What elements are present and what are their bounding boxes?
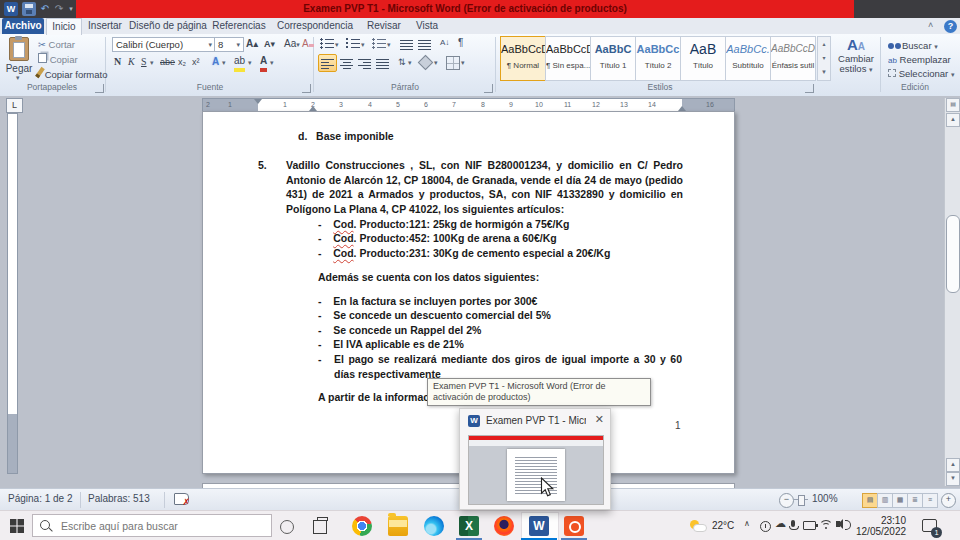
- zoom-in-icon[interactable]: +: [941, 493, 956, 508]
- underline-button[interactable]: S: [141, 55, 147, 69]
- font-size-select[interactable]: 8▾: [214, 37, 244, 52]
- wifi-icon[interactable]: [819, 520, 831, 529]
- find-button[interactable]: Buscar ▾: [888, 40, 938, 51]
- text-effects-dropdown-icon[interactable]: ▾: [222, 59, 226, 67]
- view-print-layout-button[interactable]: ▤: [862, 493, 878, 508]
- tab-referencias[interactable]: Referencias: [210, 18, 268, 34]
- tab-archivo[interactable]: Archivo: [2, 18, 44, 34]
- tab-revisar[interactable]: Revisar: [362, 18, 406, 34]
- change-case-button[interactable]: Aa▾: [284, 37, 300, 52]
- style-subtitulo[interactable]: AaBbCc.Subtítulo: [725, 36, 771, 81]
- multilevel-list-icon[interactable]: [372, 38, 386, 49]
- style-sin-espaciado[interactable]: AaBbCcDc¶ Sin espa...: [545, 36, 591, 81]
- tab-diseno-de-pagina[interactable]: Diseño de página: [128, 18, 208, 34]
- style-titulo-1[interactable]: AaBbCTítulo 1: [590, 36, 636, 81]
- screen-recorder-icon[interactable]: [564, 516, 584, 536]
- change-styles-button[interactable]: AA Cambiarestilos ▾: [833, 36, 879, 79]
- subscript-button[interactable]: x₂: [178, 55, 186, 69]
- superscript-button[interactable]: x²: [192, 55, 200, 69]
- line-spacing-icon[interactable]: ⇅: [398, 55, 406, 69]
- microphone-icon[interactable]: [791, 520, 795, 527]
- chrome-icon[interactable]: [352, 516, 372, 536]
- align-center-icon[interactable]: [340, 57, 353, 68]
- select-button[interactable]: Seleccionar ▾: [888, 68, 954, 79]
- zoom-slider-thumb[interactable]: [798, 495, 805, 506]
- decrease-indent-icon[interactable]: [400, 38, 413, 49]
- tab-inicio[interactable]: Inicio: [46, 18, 82, 35]
- clear-formatting-button[interactable]: A: [302, 37, 314, 51]
- firefox-icon[interactable]: [494, 516, 514, 536]
- view-web-button[interactable]: ▦: [892, 493, 908, 508]
- speaker-icon[interactable]: [836, 521, 840, 527]
- italic-button[interactable]: K: [128, 55, 135, 69]
- clock[interactable]: 23:10 12/05/2022: [856, 515, 906, 537]
- view-outline-button[interactable]: ≣: [907, 493, 923, 508]
- scrollbar-thumb[interactable]: [946, 215, 960, 293]
- tab-correspondencia[interactable]: Correspondencia: [272, 18, 358, 34]
- replace-button[interactable]: ab Reemplazar: [888, 54, 951, 65]
- borders-icon[interactable]: [446, 56, 460, 70]
- tray-expand-icon[interactable]: ∧: [744, 519, 750, 528]
- help-icon[interactable]: ?: [944, 20, 957, 33]
- bold-button[interactable]: N: [114, 55, 121, 69]
- excel-icon[interactable]: X: [459, 516, 479, 536]
- paragraph-dialog-launcher-icon[interactable]: [484, 84, 493, 93]
- taskbar-search-input[interactable]: [32, 514, 272, 537]
- word-count[interactable]: Palabras: 513: [88, 493, 150, 504]
- view-fullscreen-button[interactable]: ▥: [877, 493, 893, 508]
- strikethrough-button[interactable]: abe: [160, 55, 175, 69]
- temperature-label[interactable]: 22°C: [712, 520, 734, 531]
- first-line-indent-marker[interactable]: [254, 99, 262, 104]
- clock-tray-icon[interactable]: [760, 521, 771, 532]
- cut-button[interactable]: ✂ Cortar: [38, 39, 75, 50]
- task-view-icon[interactable]: [313, 520, 327, 534]
- view-draft-button[interactable]: ≡: [922, 493, 938, 508]
- shading-icon[interactable]: [418, 55, 434, 71]
- styles-gallery-scroll[interactable]: ▴▾▼: [817, 36, 831, 81]
- file-explorer-icon[interactable]: [388, 516, 408, 536]
- font-dialog-launcher-icon[interactable]: [302, 84, 311, 93]
- preview-close-icon[interactable]: ✕: [595, 413, 604, 426]
- tab-stop-selector[interactable]: L: [6, 98, 23, 113]
- cortana-icon[interactable]: [280, 520, 294, 534]
- increase-indent-icon[interactable]: [418, 38, 431, 49]
- zoom-level[interactable]: 100%: [812, 493, 838, 504]
- zoom-out-icon[interactable]: −: [779, 493, 794, 508]
- preview-thumbnail[interactable]: [468, 435, 604, 505]
- bullets-icon[interactable]: [320, 38, 334, 49]
- font-family-select[interactable]: Calibri (Cuerpo)▾: [112, 37, 216, 52]
- highlight-button[interactable]: ab: [234, 54, 245, 72]
- taskbar-preview-popup[interactable]: W Examen PVP T1 - Micros... ✕: [459, 408, 611, 510]
- word-taskbar-icon[interactable]: W: [529, 516, 549, 536]
- format-painter-button[interactable]: Copiar formato: [38, 67, 107, 80]
- style-titulo-2[interactable]: AaBbCcTítulo 2: [635, 36, 681, 81]
- style-enfasis-sutil[interactable]: AaBbCcDcÉnfasis sutil: [770, 36, 816, 81]
- align-right-icon[interactable]: [358, 57, 371, 68]
- style-titulo[interactable]: AaBTítulo: [680, 36, 726, 81]
- grow-font-button[interactable]: A▴: [246, 37, 258, 51]
- onedrive-cloud-icon[interactable]: ☁: [775, 517, 786, 530]
- page-indicator[interactable]: Página: 1 de 2: [8, 493, 73, 504]
- font-color-button[interactable]: A: [260, 54, 267, 72]
- paste-button[interactable]: Pegar ▾: [4, 36, 34, 82]
- tab-insertar[interactable]: Insertar: [84, 18, 126, 34]
- text-effects-button[interactable]: A: [212, 55, 219, 69]
- justify-icon[interactable]: [376, 57, 389, 68]
- style-normal[interactable]: AaBbCcDc¶ Normal: [500, 36, 546, 81]
- ruler-toggle-icon[interactable]: ▤: [946, 98, 960, 112]
- undo-icon[interactable]: ↶: [38, 2, 52, 16]
- save-icon[interactable]: [22, 2, 36, 16]
- numbering-icon[interactable]: [346, 38, 360, 49]
- highlight-dropdown-icon[interactable]: ▾: [248, 59, 252, 67]
- previous-page-icon[interactable]: ▲: [946, 458, 960, 472]
- sort-icon[interactable]: A↓: [440, 36, 449, 50]
- clipboard-dialog-launcher-icon[interactable]: [95, 84, 104, 93]
- edge-icon[interactable]: [424, 516, 444, 536]
- shrink-font-button[interactable]: A▾: [264, 37, 275, 51]
- scroll-up-icon[interactable]: ▲: [946, 113, 960, 127]
- tab-vista[interactable]: Vista: [410, 18, 444, 34]
- copy-button[interactable]: Copiar: [38, 53, 78, 65]
- styles-dialog-launcher-icon[interactable]: [805, 84, 814, 93]
- font-color-dropdown-icon[interactable]: ▾: [270, 59, 274, 67]
- battery-icon[interactable]: [803, 521, 816, 530]
